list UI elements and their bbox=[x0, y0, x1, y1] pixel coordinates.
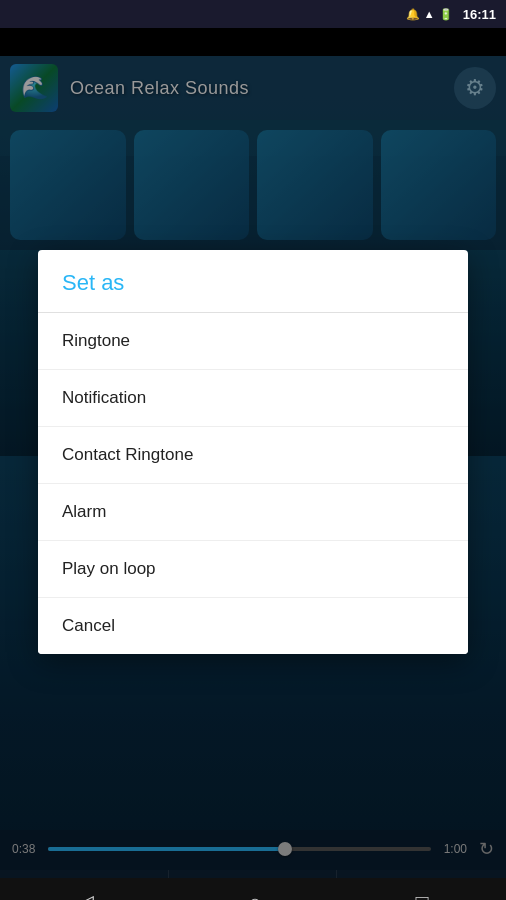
nav-bar: ◁ ○ □ bbox=[0, 878, 506, 900]
main-content: Ocean Relax Sounds ⚙ Set as Ringtone Not… bbox=[0, 56, 506, 900]
dialog-item-alarm[interactable]: Alarm bbox=[38, 484, 468, 541]
status-icons: 🔔 ▲ 🔋 16:11 bbox=[406, 7, 496, 22]
signal-icon: ▲ bbox=[424, 8, 435, 20]
home-icon[interactable]: ○ bbox=[248, 890, 261, 900]
notification-icon: 🔔 bbox=[406, 8, 420, 21]
dialog-item-ringtone[interactable]: Ringtone bbox=[38, 313, 468, 370]
battery-icon: 🔋 bbox=[439, 8, 453, 21]
dialog-item-contact-ringtone[interactable]: Contact Ringtone bbox=[38, 427, 468, 484]
set-as-dialog: Set as Ringtone Notification Contact Rin… bbox=[38, 250, 468, 654]
recents-icon[interactable]: □ bbox=[416, 890, 429, 900]
status-bar: 🔔 ▲ 🔋 16:11 bbox=[0, 0, 506, 28]
dialog-item-play-on-loop[interactable]: Play on loop bbox=[38, 541, 468, 598]
dialog-item-cancel[interactable]: Cancel bbox=[38, 598, 468, 654]
dialog-title: Set as bbox=[38, 250, 468, 313]
dialog-overlay: Set as Ringtone Notification Contact Rin… bbox=[0, 56, 506, 900]
dialog-item-notification[interactable]: Notification bbox=[38, 370, 468, 427]
back-icon[interactable]: ◁ bbox=[77, 890, 94, 900]
status-time: 16:11 bbox=[463, 7, 496, 22]
